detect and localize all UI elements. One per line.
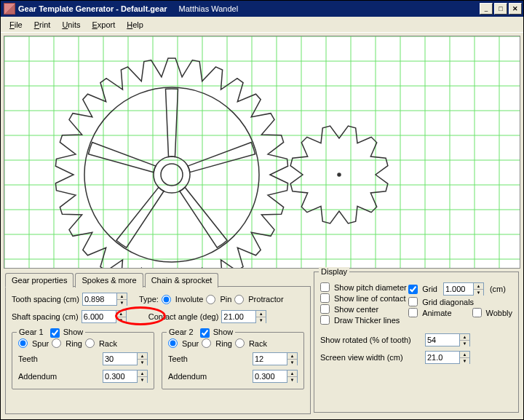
gear1-rack[interactable]: Rack xyxy=(85,338,117,348)
gear2-spur[interactable]: Spur xyxy=(168,338,199,348)
grid-unit-label: (cm) xyxy=(490,285,506,293)
tab-gear-properties[interactable]: Gear properties xyxy=(5,273,74,288)
tab-spokes-more[interactable]: Spokes & more xyxy=(75,273,143,288)
wobbly-label: Wobbly xyxy=(486,309,512,317)
gear1-spur[interactable]: Spur xyxy=(18,338,49,348)
show-rotated-input[interactable] xyxy=(425,333,460,346)
shaft-spacing-spinner[interactable]: ▲▼ xyxy=(116,310,127,323)
menu-units[interactable]: Units xyxy=(62,20,80,29)
svg-point-33 xyxy=(154,156,190,193)
animate-check[interactable] xyxy=(408,308,418,317)
gear1-show-check[interactable] xyxy=(50,328,60,338)
close-button[interactable]: ✕ xyxy=(509,3,522,15)
contact-angle-spinner[interactable]: ▲▼ xyxy=(256,310,266,323)
menu-export[interactable]: Export xyxy=(92,20,115,29)
minimize-button[interactable]: _ xyxy=(480,3,493,15)
gear2-show-check[interactable] xyxy=(200,328,210,338)
menu-print[interactable]: Print xyxy=(34,20,51,29)
display-group: Display Show pitch diameter Show line of… xyxy=(314,272,519,413)
show-line-check[interactable] xyxy=(320,293,330,303)
type-label: Type: xyxy=(139,295,159,304)
gear-properties-panel: Tooth spacing (cm) ▲▼ Type: Involute Pin… xyxy=(5,286,311,414)
gear-canvas[interactable]: (function(){ const svg = document.queryS… xyxy=(4,36,520,269)
grid-diag-label: Grid diagonals xyxy=(422,298,474,306)
tooth-spacing-label: Tooth spacing (cm) xyxy=(12,295,79,304)
animate-label: Animate xyxy=(422,309,451,317)
type-involute[interactable]: Involute xyxy=(162,295,204,304)
show-line-label: Show line of contact xyxy=(334,294,405,303)
svg-point-34 xyxy=(84,87,259,262)
gear1-addendum-input[interactable] xyxy=(103,370,138,383)
gear1-teeth-label: Teeth xyxy=(18,354,38,363)
show-rotated-label: Show rotated (% of tooth) xyxy=(320,336,422,344)
window-title: Gear Template Generator - Default.gear xyxy=(18,4,167,13)
window-author: Matthias Wandel xyxy=(179,4,239,13)
shaft-spacing-input[interactable] xyxy=(82,310,116,323)
tooth-spacing-spinner[interactable]: ▲▼ xyxy=(117,293,127,306)
show-center-check[interactable] xyxy=(320,304,330,314)
gear1-teeth-input[interactable] xyxy=(103,352,138,365)
grid-value-input[interactable] xyxy=(443,282,474,296)
gear2-addendum-input[interactable] xyxy=(253,370,287,383)
grid-diag-check[interactable] xyxy=(408,297,418,306)
menubar: File Print Units Export Help xyxy=(1,17,523,33)
screen-width-label: Screen view width (cm) xyxy=(320,353,422,362)
gear1-addendum-label: Addendum xyxy=(18,372,57,381)
draw-thicker-label: Draw Thicker lines xyxy=(334,316,400,325)
tab-chain-sprocket[interactable]: Chain & sprocket xyxy=(145,273,219,288)
gear2-addendum-label: Addendum xyxy=(168,372,207,381)
grid-label: Grid xyxy=(422,285,437,293)
contact-angle-input[interactable] xyxy=(221,310,256,323)
grid-check[interactable] xyxy=(408,285,418,294)
app-icon xyxy=(4,3,15,15)
gear-drawing xyxy=(4,36,520,268)
gear2-show-label: Show xyxy=(213,328,234,336)
shaft-spacing-label: Shaft spacing (cm) xyxy=(12,312,79,321)
draw-thicker-check[interactable] xyxy=(320,315,330,325)
menu-file[interactable]: File xyxy=(9,20,23,29)
type-protractor[interactable]: Protractor xyxy=(234,295,283,304)
svg-point-32 xyxy=(161,164,183,186)
gear2-rack[interactable]: Rack xyxy=(235,338,267,348)
show-pitch-label: Show pitch diameter xyxy=(334,283,407,292)
menu-help[interactable]: Help xyxy=(127,20,143,29)
svg-point-35 xyxy=(338,173,341,176)
gear2-legend: Gear 2 xyxy=(169,328,194,336)
app-window: Gear Template Generator - Default.gear M… xyxy=(0,0,524,420)
gear2-teeth-input[interactable] xyxy=(253,352,287,365)
type-pin[interactable]: Pin xyxy=(206,295,231,304)
gear1-show-label: Show xyxy=(63,328,84,336)
maximize-button[interactable]: □ xyxy=(494,3,507,15)
titlebar: Gear Template Generator - Default.gear M… xyxy=(1,1,523,17)
wobbly-check[interactable] xyxy=(472,308,482,317)
screen-width-input[interactable] xyxy=(425,351,460,364)
gear2-teeth-label: Teeth xyxy=(168,354,188,363)
tab-row: Gear properties Spokes & more Chain & sp… xyxy=(5,273,311,288)
display-legend: Display xyxy=(319,267,349,276)
show-center-label: Show center xyxy=(334,305,378,314)
gear1-legend: Gear 1 xyxy=(19,328,44,336)
gear2-ring[interactable]: Ring xyxy=(202,338,232,348)
contact-angle-label: Contact angle (deg) xyxy=(148,312,219,321)
show-pitch-check[interactable] xyxy=(320,282,330,292)
tooth-spacing-input[interactable] xyxy=(82,293,117,306)
gear1-ring[interactable]: Ring xyxy=(52,338,82,348)
